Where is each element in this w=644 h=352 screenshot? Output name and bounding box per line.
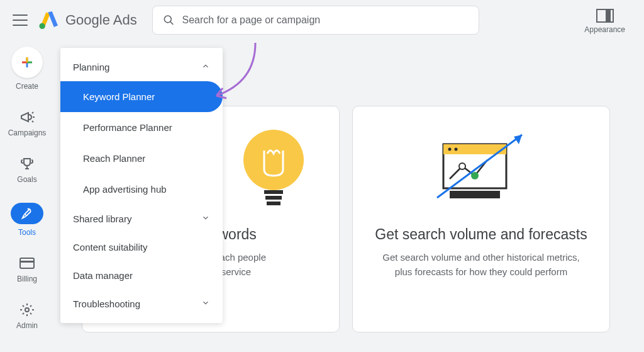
tools-label: Tools (18, 228, 36, 237)
chevron-up-icon (201, 62, 210, 72)
top-header: Google Ads Appearance (0, 0, 644, 40)
svg-rect-9 (265, 196, 282, 200)
create-label: Create (16, 82, 38, 91)
forecasts-card[interactable]: Get search volume and forecasts Get sear… (352, 106, 610, 332)
create-button[interactable]: Create (11, 47, 43, 91)
svg-point-17 (471, 172, 479, 179)
card-icon (19, 256, 35, 271)
data-manager-label: Data manager (73, 270, 133, 281)
flyout-app-hub[interactable]: App advertising hub (60, 174, 223, 205)
content-suitability-label: Content suitability (73, 242, 147, 253)
shared-library-label: Shared library (73, 213, 131, 224)
billing-label: Billing (17, 275, 37, 283)
flyout-performance-planner[interactable]: Performance Planner (60, 112, 223, 143)
brand-logo[interactable]: Google Ads (39, 11, 137, 29)
trophy-icon (19, 156, 35, 171)
svg-rect-10 (267, 202, 280, 205)
appearance-icon (596, 9, 614, 23)
search-bar[interactable] (152, 6, 479, 35)
card-title: Get search volume and forecasts (375, 226, 587, 243)
svg-line-2 (170, 21, 173, 25)
megaphone-icon (19, 110, 35, 125)
rail-admin[interactable]: Admin (16, 302, 38, 330)
lightbulb-illustration (239, 125, 308, 213)
appearance-toggle[interactable]: Appearance (584, 9, 625, 34)
flyout-planning[interactable]: Planning (60, 53, 223, 81)
tools-flyout: Planning Keyword Planner Performance Pla… (60, 48, 223, 323)
svg-line-5 (32, 121, 33, 122)
rail-billing[interactable]: Billing (17, 256, 37, 283)
flyout-content-suitability[interactable]: Content suitability (60, 233, 223, 261)
flyout-keyword-planner[interactable]: Keyword Planner (60, 81, 223, 112)
flyout-reach-planner[interactable]: Reach Planner (60, 143, 223, 174)
admin-label: Admin (16, 321, 38, 330)
svg-point-0 (39, 23, 45, 29)
tools-icon (11, 203, 43, 224)
planning-label: Planning (73, 62, 109, 72)
svg-point-6 (25, 308, 29, 312)
svg-point-14 (455, 148, 458, 151)
svg-point-16 (459, 163, 465, 169)
svg-point-1 (164, 16, 171, 23)
troubleshooting-label: Troubleshooting (73, 298, 140, 309)
rail-goals[interactable]: Goals (17, 156, 36, 184)
plus-icon (11, 47, 43, 78)
svg-rect-8 (264, 190, 283, 194)
flyout-shared-library[interactable]: Shared library (60, 205, 223, 233)
goals-label: Goals (17, 175, 36, 184)
campaigns-label: Campaigns (8, 128, 47, 137)
gear-icon (19, 302, 35, 317)
search-input[interactable] (182, 14, 469, 26)
card-desc: Get search volume and other historical m… (382, 251, 579, 279)
chevron-down-icon (201, 298, 210, 309)
search-icon (163, 14, 175, 26)
google-ads-logo-icon (39, 11, 59, 29)
menu-icon[interactable] (13, 13, 28, 28)
svg-line-3 (32, 112, 33, 113)
brand-text: Google Ads (65, 12, 137, 28)
rail-campaigns[interactable]: Campaigns (8, 110, 47, 137)
appearance-label: Appearance (584, 25, 625, 34)
svg-point-7 (243, 130, 304, 190)
rail-tools[interactable]: Tools (11, 203, 43, 237)
svg-point-13 (448, 148, 452, 151)
chart-illustration (425, 125, 538, 213)
left-rail: Create Campaigns Goals Tools Billing Adm… (0, 47, 54, 330)
flyout-troubleshooting[interactable]: Troubleshooting (60, 290, 223, 318)
svg-rect-15 (450, 191, 500, 198)
flyout-data-manager[interactable]: Data manager (60, 261, 223, 290)
chevron-down-icon (201, 213, 210, 224)
